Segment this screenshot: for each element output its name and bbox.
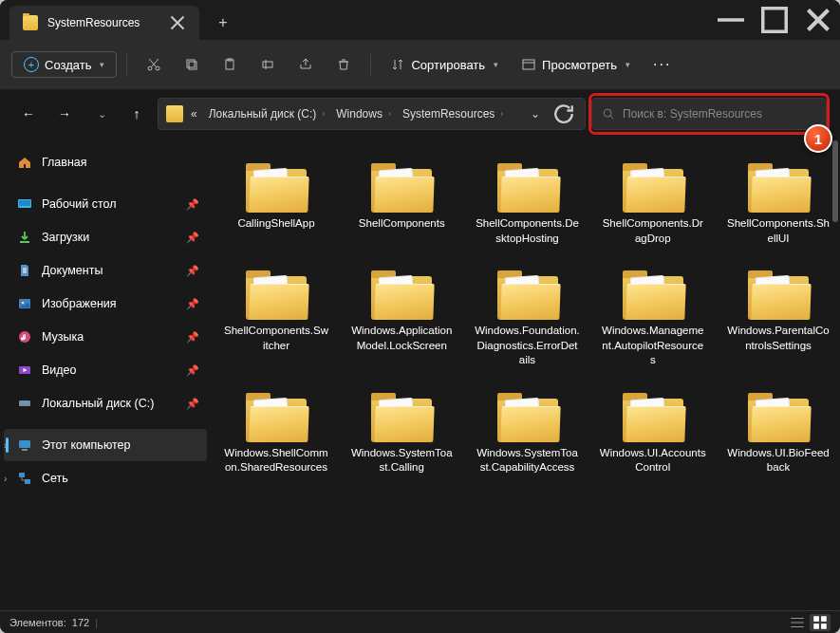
svg-point-2 [156, 66, 159, 70]
close-button[interactable] [796, 0, 840, 40]
tab-close-button[interactable] [165, 10, 190, 35]
folder-grid: CallingShellAppShellComponentsShellCompo… [220, 156, 834, 479]
folder-item[interactable]: ShellComponents.DesktopHosting [472, 156, 584, 250]
folder-item[interactable]: ShellComponents.Switcher [220, 263, 332, 372]
sidebar-item-home[interactable]: Главная [4, 146, 207, 178]
sidebar-item-videos[interactable]: Видео📌 [4, 354, 207, 386]
chevron-right-icon: › [500, 109, 503, 119]
folder-item[interactable]: Windows.SystemToast.CapabilityAccess [472, 385, 584, 479]
svg-rect-0 [763, 9, 787, 32]
details-view-button[interactable] [787, 614, 808, 631]
new-tab-button[interactable]: + [207, 7, 239, 39]
breadcrumb-segment[interactable]: Windows› [332, 105, 395, 122]
toolbar: + Создать ▾ Сортировать ▾ Просмотреть ▾ … [0, 40, 840, 89]
pictures-icon [17, 296, 32, 311]
folder-name: ShellComponents.ShellUI [725, 216, 831, 246]
separator [370, 54, 371, 75]
folder-item[interactable]: Windows.SystemToast.Calling [345, 385, 457, 479]
up-button[interactable]: ↑ [121, 99, 152, 129]
folder-name: CallingShellApp [237, 216, 314, 232]
folder-name: ShellComponents [359, 216, 445, 232]
sort-button[interactable]: Сортировать ▾ [381, 51, 508, 78]
svg-rect-22 [813, 616, 819, 622]
folder-item[interactable]: ShellComponents.DragDrop [597, 156, 709, 250]
folder-name: Windows.SystemToast.CapabilityAccess [475, 446, 581, 475]
folder-icon [367, 389, 436, 442]
content-area: CallingShellAppShellComponentsShellCompo… [211, 139, 840, 610]
search-input[interactable]: Поиск в: SystemResources [591, 98, 827, 130]
paste-button[interactable] [213, 51, 247, 78]
more-button[interactable]: ··· [644, 50, 681, 79]
maximize-button[interactable] [753, 0, 796, 40]
svg-point-1 [148, 66, 152, 70]
view-switcher [787, 614, 831, 631]
sidebar-item-this-pc[interactable]: › Этот компьютер [4, 429, 207, 461]
icons-view-button[interactable] [810, 614, 831, 631]
explorer-window: SystemResources + + Создать ▾ Сортироват… [0, 0, 840, 633]
rename-button[interactable] [251, 51, 285, 78]
sidebar-item-music[interactable]: Музыка📌 [4, 321, 207, 353]
items-count: 172 [72, 617, 89, 628]
chevron-right-icon: › [4, 474, 7, 484]
svg-rect-4 [189, 62, 196, 69]
search-wrap: Поиск в: SystemResources 1 [591, 96, 827, 132]
folder-icon [242, 267, 310, 320]
folder-icon [744, 159, 812, 213]
breadcrumb-segment[interactable]: SystemResources› [399, 105, 507, 122]
documents-icon [17, 263, 32, 278]
forward-button[interactable]: → [49, 99, 80, 129]
address-row: ← → ⌄ ↑ « Локальный диск (C:)› Windows› … [0, 89, 840, 139]
breadcrumb-segment[interactable]: Локальный диск (C:)› [205, 105, 329, 122]
sidebar-item-pictures[interactable]: Изображения📌 [4, 288, 207, 320]
sidebar-item-documents[interactable]: Документы📌 [4, 254, 207, 287]
sidebar-item-desktop[interactable]: Рабочий стол📌 [4, 188, 207, 220]
share-button[interactable] [289, 51, 323, 78]
folder-item[interactable]: Windows.ParentalControlsSettings [722, 263, 834, 372]
folder-item[interactable]: ShellComponents.ShellUI [722, 156, 834, 250]
svg-rect-11 [19, 200, 30, 206]
cut-button[interactable] [137, 51, 171, 78]
refresh-button[interactable] [551, 101, 577, 127]
tab-active[interactable]: SystemResources [9, 6, 199, 40]
address-bar[interactable]: « Локальный диск (C:)› Windows› SystemRe… [158, 98, 586, 130]
tab-title: SystemResources [47, 16, 140, 29]
sidebar-item-disk-c[interactable]: Локальный диск (C:)📌 [4, 387, 207, 419]
folder-item[interactable]: CallingShellApp [220, 156, 332, 250]
folder-item[interactable]: Windows.UI.BioFeedback [722, 385, 834, 479]
folder-item[interactable]: Windows.ShellCommon.SharedResources [220, 385, 332, 479]
breadcrumb-segment[interactable]: « [187, 105, 201, 122]
sort-label: Сортировать [411, 58, 485, 72]
folder-item[interactable]: Windows.Foundation.Diagnostics.ErrorDeta… [472, 263, 584, 372]
downloads-icon [17, 230, 32, 245]
paste-icon [222, 57, 237, 72]
folder-icon [494, 159, 562, 213]
scrollbar[interactable] [832, 140, 838, 222]
view-button[interactable]: Просмотреть ▾ [512, 51, 640, 78]
create-button[interactable]: + Создать ▾ [11, 51, 117, 78]
delete-button[interactable] [327, 51, 361, 78]
folder-item[interactable]: ShellComponents [345, 156, 457, 250]
svg-point-13 [22, 302, 25, 305]
minimize-button[interactable] [709, 0, 753, 40]
recent-button[interactable]: ⌄ [85, 99, 116, 129]
folder-name: ShellComponents.Switcher [223, 324, 329, 353]
folder-icon [23, 15, 38, 30]
folder-icon [242, 389, 310, 442]
sidebar-item-network[interactable]: › Сеть [4, 462, 207, 494]
svg-rect-17 [20, 401, 29, 403]
folder-icon [619, 159, 687, 213]
address-controls: ⌄ [522, 101, 577, 127]
pin-icon: 📌 [186, 298, 199, 310]
desktop-icon [17, 196, 32, 212]
folder-item[interactable]: Windows.Management.AutopilotResources [597, 263, 709, 372]
folder-icon [367, 159, 436, 213]
sidebar-item-downloads[interactable]: Загрузки📌 [4, 221, 207, 253]
address-dropdown-button[interactable]: ⌄ [522, 101, 549, 127]
copy-button[interactable] [175, 51, 209, 78]
folder-item[interactable]: Windows.UI.AccountsControl [597, 385, 709, 479]
back-button[interactable]: ← [13, 99, 44, 129]
folder-name: ShellComponents.DragDrop [600, 216, 706, 246]
view-label: Просмотреть [542, 58, 617, 72]
folder-name: Windows.Foundation.Diagnostics.ErrorDeta… [475, 324, 581, 368]
folder-item[interactable]: Windows.ApplicationModel.LockScreen [345, 263, 457, 372]
